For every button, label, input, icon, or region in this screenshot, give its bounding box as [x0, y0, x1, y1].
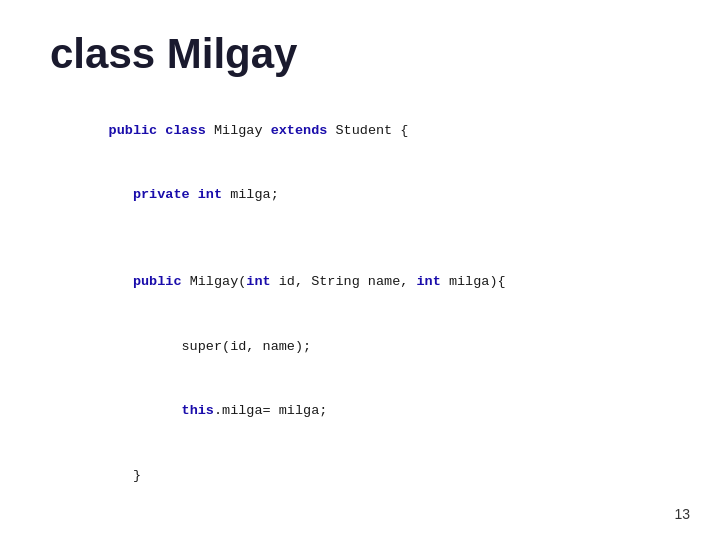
keyword-int-3: int	[416, 274, 440, 289]
keyword-int-1: int	[198, 187, 222, 202]
code-line-6: this.milga= milga;	[60, 379, 670, 444]
keyword-private: private	[133, 187, 190, 202]
keyword-extends: extends	[271, 123, 328, 138]
code-line-1: public class Milgay extends Student {	[60, 98, 670, 163]
code-line-8	[60, 508, 670, 530]
keyword-int-2: int	[246, 274, 270, 289]
keyword-class: class	[165, 123, 206, 138]
code-line-4: public Milgay(int id, String name, int m…	[60, 249, 670, 314]
page-number: 13	[674, 506, 690, 522]
code-line-9: public int computeTuitionFee(){	[60, 530, 670, 540]
code-line-5: super(id, name);	[60, 314, 670, 379]
code-line-7: }	[60, 444, 670, 509]
code-line-2: private int milga;	[60, 163, 670, 228]
code-block: public class Milgay extends Student { pr…	[60, 98, 670, 540]
keyword-public: public	[109, 123, 158, 138]
slide: class Milgay public class Milgay extends…	[0, 0, 720, 540]
keyword-this: this	[182, 403, 214, 418]
slide-title: class Milgay	[50, 30, 670, 78]
keyword-public-2: public	[133, 274, 182, 289]
code-line-3	[60, 228, 670, 250]
